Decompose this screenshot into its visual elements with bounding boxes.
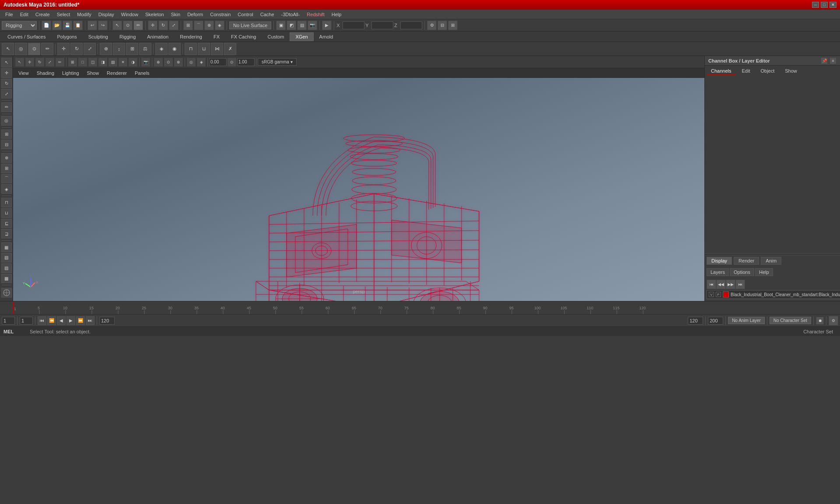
menu-skeleton[interactable]: Skeleton bbox=[142, 11, 168, 18]
move-tool-button[interactable]: ✛ bbox=[148, 21, 158, 30]
menu-control[interactable]: Control bbox=[234, 11, 256, 18]
channel-box-options[interactable]: ≡ bbox=[830, 57, 836, 64]
render-btn3[interactable]: ▤ bbox=[297, 21, 307, 30]
open-button[interactable]: 📂 bbox=[52, 21, 62, 30]
vp-select-icon[interactable]: ↖ bbox=[15, 57, 24, 67]
vp-iso-icon[interactable]: ◈ bbox=[196, 57, 206, 67]
no-live-surface-button[interactable]: No Live Surface bbox=[229, 21, 271, 29]
left-move-tool[interactable]: ✛ bbox=[1, 68, 12, 78]
new-scene-button[interactable]: 📄 bbox=[42, 21, 51, 30]
layer-options-btn[interactable]: Options bbox=[730, 268, 754, 276]
scale-tool-button[interactable]: ⤢ bbox=[169, 21, 178, 30]
left-group[interactable]: ⊞ bbox=[1, 130, 12, 139]
snap-point-button[interactable]: ⊕ bbox=[204, 21, 214, 30]
mode-selector[interactable]: Rigging Animation Modeling Rendering bbox=[2, 21, 37, 30]
left-deform2[interactable]: ⊔ bbox=[1, 208, 12, 218]
vp-paint-icon[interactable]: ✏ bbox=[55, 57, 65, 67]
auto-key-btn[interactable]: ⏺ bbox=[816, 317, 824, 325]
left-coord-display[interactable] bbox=[1, 288, 12, 298]
play-forward-btn[interactable]: ▶ bbox=[66, 316, 75, 325]
settings-button[interactable]: ⚙ bbox=[427, 21, 437, 30]
menu-window[interactable]: Window bbox=[118, 11, 142, 18]
select-tool-button[interactable]: ↖ bbox=[112, 21, 122, 30]
end-frame2-input[interactable] bbox=[688, 317, 703, 325]
left-paint-tool[interactable]: ✏ bbox=[1, 102, 12, 112]
snapshot-btn[interactable]: 📷 bbox=[308, 21, 317, 30]
tab-rigging[interactable]: Rigging bbox=[114, 32, 141, 41]
vp-wireframe-icon[interactable]: ◫ bbox=[88, 57, 98, 67]
save-as-button[interactable]: 📋 bbox=[73, 21, 83, 30]
left-snap-surface[interactable]: ◈ bbox=[1, 184, 12, 194]
menu-redshift[interactable]: Redshift bbox=[303, 11, 328, 18]
left-deform1[interactable]: ⊓ bbox=[1, 198, 12, 207]
left-select-tool[interactable]: ↖ bbox=[1, 58, 12, 67]
vp-texture-icon[interactable]: ▤ bbox=[108, 57, 118, 67]
shelf-skin2[interactable]: ◉ bbox=[168, 43, 181, 55]
viewport[interactable]: X Y Z persp bbox=[13, 78, 704, 301]
minimize-button[interactable]: ─ bbox=[812, 2, 819, 8]
tab-animation[interactable]: Animation bbox=[141, 32, 174, 41]
skip-to-end-btn[interactable]: ⏭ bbox=[86, 316, 94, 325]
step-back-btn[interactable]: ⏪ bbox=[47, 316, 56, 325]
close-button[interactable]: ✕ bbox=[830, 2, 836, 8]
step-forward-btn[interactable]: ⏩ bbox=[76, 316, 85, 325]
layout-button[interactable]: ⊟ bbox=[438, 21, 447, 30]
z-input[interactable] bbox=[400, 21, 422, 29]
left-layer3[interactable]: ▨ bbox=[1, 263, 12, 273]
left-show-hide[interactable]: ◎ bbox=[1, 116, 12, 126]
vp-menu-show[interactable]: Show bbox=[84, 70, 103, 77]
menu-help[interactable]: Help bbox=[328, 11, 345, 18]
tab-sculpting[interactable]: Sculpting bbox=[83, 32, 114, 41]
vp-grid-icon[interactable]: ⊞ bbox=[68, 57, 77, 67]
redo-button[interactable]: ↪ bbox=[98, 21, 108, 30]
vp-menu-view[interactable]: View bbox=[15, 70, 32, 77]
menu-select[interactable]: Select bbox=[53, 11, 74, 18]
left-layer2[interactable]: ▧ bbox=[1, 253, 12, 262]
shelf-lasso[interactable]: ⊙ bbox=[28, 43, 40, 55]
vp-shading-icon[interactable]: ◑ bbox=[128, 57, 138, 67]
shelf-arrow[interactable]: ↖ bbox=[2, 43, 14, 55]
menu-constrain[interactable]: Constrain bbox=[206, 11, 234, 18]
scale-value-input[interactable] bbox=[237, 58, 255, 66]
vp-snap-icon[interactable]: ⊕ bbox=[154, 57, 163, 67]
layer-help-btn[interactable]: Help bbox=[755, 268, 773, 276]
shelf-deform2[interactable]: ⊔ bbox=[198, 43, 210, 55]
le-tab-anim[interactable]: Anim bbox=[761, 257, 781, 265]
shelf-move[interactable]: ✛ bbox=[57, 43, 70, 55]
menu-deform[interactable]: Deform bbox=[184, 11, 206, 18]
vp-frame-step-icon[interactable]: ⊙ bbox=[227, 57, 237, 67]
tab-polygons[interactable]: Polygons bbox=[51, 32, 82, 41]
save-button[interactable]: 💾 bbox=[63, 21, 72, 30]
cb-tab-object[interactable]: Object bbox=[756, 67, 779, 75]
tab-rendering[interactable]: Rendering bbox=[174, 32, 208, 41]
layer-back[interactable]: ◀◀ bbox=[716, 280, 726, 289]
vp-rotate-icon[interactable]: ↻ bbox=[35, 57, 45, 67]
layer-render-indicator[interactable]: P bbox=[716, 292, 721, 297]
menu-edit[interactable]: Edit bbox=[17, 11, 32, 18]
timeline-ruler[interactable]: 1 5 10 15 20 25 30 35 40 45 50 bbox=[0, 301, 840, 314]
tab-fx-caching[interactable]: FX Caching bbox=[225, 32, 262, 41]
end-frame3-input[interactable] bbox=[708, 317, 723, 325]
cb-tab-channels[interactable]: Channels bbox=[707, 67, 735, 75]
vp-bbox-icon[interactable]: □ bbox=[78, 57, 88, 67]
menu-modify[interactable]: Modify bbox=[74, 11, 94, 18]
shelf-misc[interactable]: ✗ bbox=[224, 43, 236, 55]
snap-grid-button[interactable]: ⊞ bbox=[183, 21, 193, 30]
frame-value-input[interactable] bbox=[209, 58, 227, 66]
anim-prefs-btn[interactable]: ⚙ bbox=[829, 316, 838, 326]
vp-snap3-icon[interactable]: ⊗ bbox=[174, 57, 183, 67]
shelf-joint[interactable]: ⊕ bbox=[100, 43, 112, 55]
left-layer1[interactable]: ▦ bbox=[1, 242, 12, 252]
snap-curve-button[interactable]: ⌒ bbox=[194, 21, 203, 30]
vp-menu-renderer[interactable]: Renderer bbox=[103, 70, 130, 77]
ipr-btn[interactable]: ▶ bbox=[322, 21, 332, 30]
start-frame-input[interactable] bbox=[2, 317, 15, 325]
no-anim-layer-btn[interactable]: No Anim Layer bbox=[728, 317, 765, 324]
render-btn2[interactable]: ◩ bbox=[287, 21, 296, 30]
lasso-tool-button[interactable]: ⊙ bbox=[123, 21, 133, 30]
tab-arnold[interactable]: Arnold bbox=[314, 32, 339, 41]
paint-select-button[interactable]: ✏ bbox=[133, 21, 143, 30]
shelf-bind[interactable]: ⊞ bbox=[126, 43, 138, 55]
shelf-rotate[interactable]: ↻ bbox=[70, 43, 83, 55]
vp-menu-panels[interactable]: Panels bbox=[131, 70, 153, 77]
